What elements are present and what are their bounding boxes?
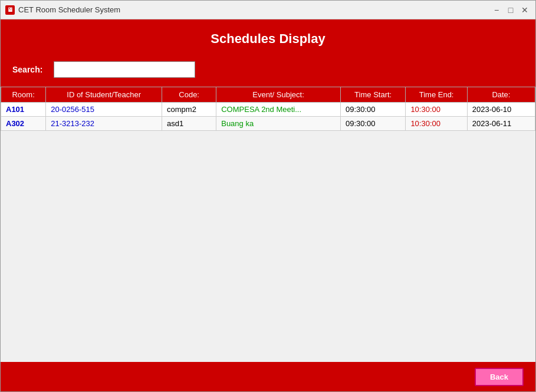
window-title: CET Room Scheduler System bbox=[18, 5, 120, 14]
window-controls: − □ ✕ bbox=[491, 4, 531, 16]
table-cell-row1-col5: 10:30:00 bbox=[406, 117, 467, 131]
col-header-room: Room: bbox=[1, 87, 46, 103]
search-label: Search: bbox=[12, 65, 48, 74]
table-cell-row1-col4: 09:30:00 bbox=[340, 117, 405, 131]
col-header-time-start: Time Start: bbox=[340, 87, 405, 103]
table-cell-row0-col3: COMPESA 2nd Meeti... bbox=[216, 103, 341, 117]
page-title: Schedules Display bbox=[1, 31, 535, 47]
main-content: Schedules Display Search: Room: ID of St… bbox=[1, 19, 535, 391]
search-area: Search: bbox=[1, 55, 535, 87]
table-cell-row0-col0: A101 bbox=[1, 103, 46, 117]
table-body: A10120-0256-515compm2COMPESA 2nd Meeti..… bbox=[1, 103, 535, 131]
table-cell-row0-col1: 20-0256-515 bbox=[46, 103, 162, 117]
maximize-button[interactable]: □ bbox=[505, 4, 517, 16]
table-cell-row1-col2: asd1 bbox=[162, 117, 216, 131]
table-cell-row0-col2: compm2 bbox=[162, 103, 216, 117]
table-cell-row0-col4: 09:30:00 bbox=[340, 103, 405, 117]
table-cell-row0-col6: 2023-06-10 bbox=[467, 103, 535, 117]
minimize-button[interactable]: − bbox=[491, 4, 502, 16]
title-bar: 🖥 CET Room Scheduler System − □ ✕ bbox=[1, 1, 535, 19]
col-header-event: Event/ Subject: bbox=[216, 87, 341, 103]
search-input[interactable] bbox=[54, 61, 195, 78]
table-container: Room: ID of Student/Teacher Code: Event/… bbox=[1, 87, 535, 362]
col-header-date: Date: bbox=[467, 87, 535, 103]
table-cell-row1-col1: 21-3213-232 bbox=[46, 117, 162, 131]
app-icon: 🖥 bbox=[5, 5, 15, 15]
table-cell-row1-col3: Buang ka bbox=[216, 117, 341, 131]
col-header-time-end: Time End: bbox=[406, 87, 467, 103]
schedules-table: Room: ID of Student/Teacher Code: Event/… bbox=[1, 87, 535, 131]
table-cell-row0-col5: 10:30:00 bbox=[406, 103, 467, 117]
table-cell-row1-col6: 2023-06-11 bbox=[467, 117, 535, 131]
col-header-id: ID of Student/Teacher bbox=[46, 87, 162, 103]
title-bar-left: 🖥 CET Room Scheduler System bbox=[5, 5, 120, 15]
header-area: Schedules Display bbox=[1, 19, 535, 55]
bottom-bar: Back bbox=[1, 362, 535, 391]
close-button[interactable]: ✕ bbox=[519, 4, 531, 16]
table-row: A10120-0256-515compm2COMPESA 2nd Meeti..… bbox=[1, 103, 535, 117]
table-header-row: Room: ID of Student/Teacher Code: Event/… bbox=[1, 87, 535, 103]
main-window: 🖥 CET Room Scheduler System − □ ✕ Schedu… bbox=[0, 0, 536, 392]
table-cell-row1-col0: A302 bbox=[1, 117, 46, 131]
col-header-code: Code: bbox=[162, 87, 216, 103]
back-button[interactable]: Back bbox=[475, 368, 524, 386]
table-row: A30221-3213-232asd1Buang ka09:30:0010:30… bbox=[1, 117, 535, 131]
